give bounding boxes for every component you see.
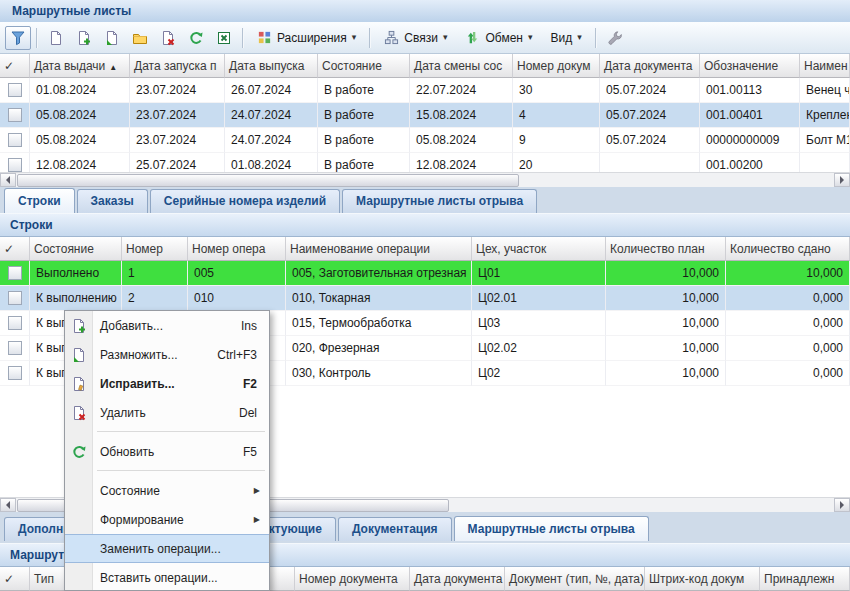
cell[interactable]: В работе	[318, 78, 410, 103]
excel-export-button[interactable]	[211, 26, 237, 50]
menu-item-refresh[interactable]: Обновить F5	[65, 437, 269, 466]
cell[interactable]: Ц01	[472, 261, 606, 286]
scroll-right-button[interactable]	[834, 498, 850, 512]
cell[interactable]: 23.07.2024	[130, 128, 225, 153]
column-header[interactable]: Количество сдано	[726, 237, 850, 261]
table-row-done[interactable]: Выполнено 1 005 005, Заготовительная отр…	[0, 261, 850, 286]
cell[interactable]: 22.07.2024	[410, 78, 513, 103]
cell[interactable]: 25.07.2024	[130, 153, 225, 172]
select-all-header[interactable]: ✓	[0, 567, 30, 591]
scroll-left-button[interactable]	[0, 173, 16, 187]
cell[interactable]: Ц02.01	[472, 286, 606, 311]
table-row[interactable]: 12.08.2024 25.07.2024 01.08.2024 В работ…	[0, 153, 850, 172]
cell[interactable]: 24.07.2024	[225, 128, 318, 153]
open-document-button[interactable]	[127, 26, 153, 50]
cell[interactable]: 005, Заготовительная отрезная	[286, 261, 472, 286]
cell[interactable]: 020, Фрезерная	[286, 336, 472, 361]
cell[interactable]: Креплен	[800, 103, 850, 128]
cell[interactable]	[0, 286, 30, 311]
new-document-button[interactable]	[43, 26, 69, 50]
cell[interactable]: 05.08.2024	[30, 128, 130, 153]
menu-item-forming[interactable]: Формирование ▶	[65, 505, 269, 534]
exchange-menu-button[interactable]: Обмен ▾	[457, 27, 540, 48]
column-header[interactable]: Состояние	[318, 54, 410, 78]
table-row-selected[interactable]: К выполнению 2 010 010, Токарная Ц02.01 …	[0, 286, 850, 311]
tab-documentation[interactable]: Документация	[338, 517, 452, 541]
cell[interactable]: 10,000	[726, 261, 850, 286]
cell[interactable]: 01.08.2024	[30, 78, 130, 103]
column-header[interactable]: Дата смены сос	[410, 54, 513, 78]
cell[interactable]: 0,000	[726, 336, 850, 361]
cell[interactable]: 23.07.2024	[130, 103, 225, 128]
cell[interactable]: Ц03	[472, 311, 606, 336]
column-header[interactable]: Номер докум	[513, 54, 600, 78]
cell[interactable]: 001.00113	[700, 78, 800, 103]
column-header[interactable]: Штрих-код докум	[645, 567, 760, 591]
cell[interactable]: 010, Токарная	[286, 286, 472, 311]
cell[interactable]	[0, 336, 30, 361]
cell[interactable]: В работе	[318, 153, 410, 172]
table-row[interactable]: 01.08.2024 23.07.2024 26.07.2024 В работ…	[0, 78, 850, 103]
cell[interactable]	[0, 78, 30, 103]
cell[interactable]: 005	[188, 261, 286, 286]
cell[interactable]: 010	[188, 286, 286, 311]
view-menu-button[interactable]: Вид ▾	[543, 28, 590, 48]
cell[interactable]	[600, 153, 700, 172]
row-checkbox[interactable]	[8, 316, 22, 330]
cell[interactable]: 30	[513, 78, 600, 103]
cell[interactable]: 05.08.2024	[410, 128, 513, 153]
row-checkbox[interactable]	[8, 291, 22, 305]
cell[interactable]: Выполнено	[30, 261, 122, 286]
column-header[interactable]: Номер документа	[295, 567, 410, 591]
add-document-button[interactable]	[71, 26, 97, 50]
cell[interactable]: 05.07.2024	[600, 128, 700, 153]
cell[interactable]: 26.07.2024	[225, 78, 318, 103]
cell[interactable]	[0, 311, 30, 336]
links-menu-button[interactable]: Связи ▾	[376, 27, 455, 48]
cell[interactable]: К выполнению	[30, 286, 122, 311]
cell[interactable]: 15.08.2024	[410, 103, 513, 128]
column-header[interactable]: Дата документа	[410, 567, 505, 591]
cell[interactable]	[0, 128, 30, 153]
cell[interactable]: Ц02.02	[472, 336, 606, 361]
cell[interactable]: 0,000	[726, 311, 850, 336]
column-header[interactable]: Номер опера	[188, 237, 286, 261]
cell[interactable]: 10,000	[606, 261, 726, 286]
cell[interactable]: Венец ч	[800, 78, 850, 103]
tab-orders[interactable]: Заказы	[77, 189, 148, 213]
row-checkbox[interactable]	[8, 341, 22, 355]
column-header[interactable]: Дата выпуска	[225, 54, 318, 78]
cell[interactable]: 10,000	[606, 336, 726, 361]
menu-item-replace-operations[interactable]: Заменить операции...	[65, 534, 269, 563]
cell[interactable]: 4	[513, 103, 600, 128]
menu-item-duplicate[interactable]: Размножить... Ctrl+F3	[65, 340, 269, 369]
scroll-track[interactable]	[16, 173, 834, 187]
tab-route-sheets-tear[interactable]: Маршрутные листы отрыва	[342, 189, 537, 213]
cell[interactable]: 001.00401	[700, 103, 800, 128]
cell[interactable]: 001.00200	[700, 153, 800, 172]
menu-item-delete[interactable]: Удалить Del	[65, 398, 269, 427]
column-header[interactable]: Документ (тип, №, дата)	[505, 567, 645, 591]
column-header[interactable]: Дата документа	[600, 54, 700, 78]
cell[interactable]	[0, 103, 30, 128]
column-header[interactable]: Наименование операции	[286, 237, 472, 261]
table-row-selected[interactable]: 05.08.2024 23.07.2024 24.07.2024 В работ…	[0, 103, 850, 128]
filter-button[interactable]	[5, 26, 31, 50]
cell[interactable]: 05.08.2024	[30, 103, 130, 128]
cell[interactable]: 0,000	[726, 361, 850, 386]
tab-serial-numbers[interactable]: Серийные номера изделий	[150, 189, 340, 213]
delete-document-button[interactable]	[155, 26, 181, 50]
cell[interactable]: 015, Термообработка	[286, 311, 472, 336]
cell[interactable]: 10,000	[606, 361, 726, 386]
column-header[interactable]: Состояние	[30, 237, 122, 261]
row-checkbox[interactable]	[8, 108, 22, 122]
column-header[interactable]: Цех, участок	[472, 237, 606, 261]
cell[interactable]: 12.08.2024	[30, 153, 130, 172]
select-all-header[interactable]: ✓	[0, 54, 30, 78]
menu-item-edit[interactable]: Исправить... F2	[65, 369, 269, 398]
row-checkbox[interactable]	[8, 266, 22, 280]
table-row[interactable]: 05.08.2024 23.07.2024 24.07.2024 В работ…	[0, 128, 850, 153]
cell[interactable]	[0, 361, 30, 386]
cell[interactable]: 05.07.2024	[600, 103, 700, 128]
cell[interactable]: 01.08.2024	[225, 153, 318, 172]
